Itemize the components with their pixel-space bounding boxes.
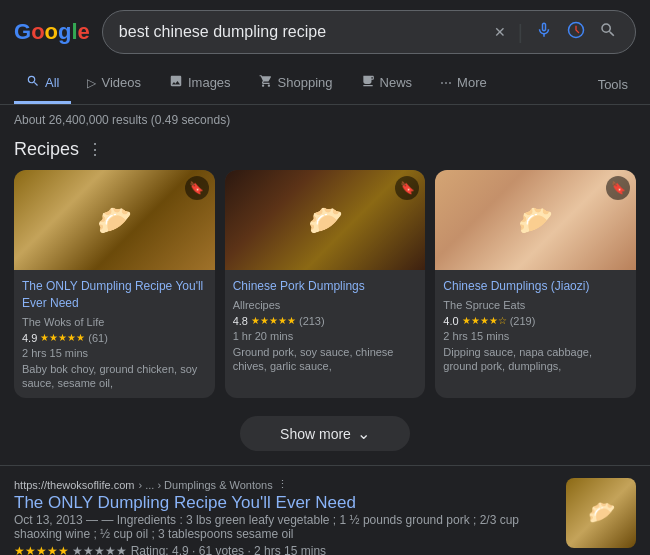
recipe-card-2[interactable]: 🥟 🔖 Chinese Pork Dumplings Allrecipes 4.… (225, 170, 426, 398)
tab-more-label: More (457, 75, 487, 90)
card-source-1: The Woks of Life (22, 316, 207, 328)
tab-shopping-label: Shopping (278, 75, 333, 90)
tab-more[interactable]: ⋯ More (428, 65, 499, 103)
stars-1: ★★★★★ (40, 332, 85, 343)
tab-videos-label: Videos (101, 75, 141, 90)
web-result-title[interactable]: The ONLY Dumpling Recipe You'll Ever Nee… (14, 493, 356, 512)
card-ingredients-2: Ground pork, soy sauce, chinese chives, … (233, 345, 418, 374)
web-result-url-base: https://thewoksoflife.com (14, 479, 134, 491)
card-rating-3: 4.0 ★★★★☆ (219) (443, 315, 628, 327)
thumb-image: 🥟 (566, 478, 636, 548)
nav-tabs: All ▷ Videos Images Shopping News ⋯ More… (0, 64, 650, 105)
recipes-menu-icon[interactable]: ⋮ (87, 140, 103, 159)
shopping-icon (259, 74, 273, 91)
search-small-icon (26, 74, 40, 91)
tab-news-label: News (380, 75, 413, 90)
google-logo: Google (14, 19, 90, 45)
card-ingredients-3: Dipping sauce, napa cabbage, ground pork… (443, 345, 628, 374)
recipe-card-3[interactable]: 🥟 🔖 Chinese Dumplings (Jiaozi) The Spruc… (435, 170, 636, 398)
card-source-3: The Spruce Eats (443, 299, 628, 311)
card-image-1: 🥟 🔖 (14, 170, 215, 270)
images-icon (169, 74, 183, 91)
header: Google ✕ | (0, 0, 650, 64)
recipes-section: Recipes ⋮ 🥟 🔖 The ONLY Dumpling Recipe Y… (0, 131, 650, 406)
card-image-2: 🥟 🔖 (225, 170, 426, 270)
card-ingredients-1: Baby bok choy, ground chicken, soy sauce… (22, 362, 207, 391)
tab-images-label: Images (188, 75, 231, 90)
tab-all-label: All (45, 75, 59, 90)
card-title-1: The ONLY Dumpling Recipe You'll Ever Nee… (22, 278, 207, 312)
recipes-title: Recipes (14, 139, 79, 160)
show-more-label: Show more (280, 426, 351, 442)
stars-2: ★★★★★ (251, 315, 296, 326)
search-input[interactable] (119, 23, 492, 41)
web-result-date: Oct 13, 2013 — — Ingredients : 3 lbs gre… (14, 513, 554, 541)
search-icons: ✕ | (492, 19, 619, 45)
card-body-3: Chinese Dumplings (Jiaozi) The Spruce Ea… (435, 270, 636, 381)
card-body-2: Chinese Pork Dumplings Allrecipes 4.8 ★★… (225, 270, 426, 381)
web-result-url-path: › ... › Dumplings & Wontons (138, 479, 272, 491)
web-result-thumbnail: 🥟 (566, 478, 636, 548)
web-result-url: https://thewoksoflife.com › ... › Dumpli… (14, 478, 554, 491)
search-bar[interactable]: ✕ | (102, 10, 636, 54)
mic-icon[interactable] (533, 19, 555, 45)
card-rating-1: 4.9 ★★★★★ (61) (22, 332, 207, 344)
tab-videos[interactable]: ▷ Videos (75, 65, 153, 103)
card-time-1: 2 hrs 15 mins (22, 347, 207, 359)
chevron-down-icon: ⌄ (357, 424, 370, 443)
web-result-content: https://thewoksoflife.com › ... › Dumpli… (14, 478, 554, 555)
rating-count-2: (213) (299, 315, 325, 327)
rating-count-3: (219) (510, 315, 536, 327)
web-result-meta: ★★★★★ ★★★★★ Rating: 4.9 · 61 votes · 2 h… (14, 544, 554, 555)
tab-images[interactable]: Images (157, 64, 243, 104)
rating-count-1: (61) (88, 332, 108, 344)
recipe-cards: 🥟 🔖 The ONLY Dumpling Recipe You'll Ever… (14, 170, 636, 398)
card-time-3: 2 hrs 15 mins (443, 330, 628, 342)
card-source-2: Allrecipes (233, 299, 418, 311)
web-result-1: https://thewoksoflife.com › ... › Dumpli… (0, 470, 650, 555)
news-icon (361, 74, 375, 91)
lens-icon[interactable] (565, 19, 587, 45)
divider (0, 465, 650, 466)
card-rating-2: 4.8 ★★★★★ (213) (233, 315, 418, 327)
more-dots-icon: ⋯ (440, 76, 452, 90)
tab-shopping[interactable]: Shopping (247, 64, 345, 104)
bookmark-icon-1[interactable]: 🔖 (185, 176, 209, 200)
recipes-header: Recipes ⋮ (14, 139, 636, 160)
card-time-2: 1 hr 20 mins (233, 330, 418, 342)
show-more-button[interactable]: Show more ⌄ (240, 416, 410, 451)
bookmark-icon-3[interactable]: 🔖 (606, 176, 630, 200)
tab-all[interactable]: All (14, 64, 71, 104)
search-submit-icon[interactable] (597, 19, 619, 45)
web-result-snippet: — Ingredients : 3 lbs green leafy vegeta… (14, 513, 519, 541)
tools-button[interactable]: Tools (590, 67, 636, 102)
card-title-3: Chinese Dumplings (Jiaozi) (443, 278, 628, 295)
web-result-more-icon[interactable]: ⋮ (277, 478, 288, 491)
show-more-container: Show more ⌄ (0, 406, 650, 461)
video-icon: ▷ (87, 76, 96, 90)
card-title-2: Chinese Pork Dumplings (233, 278, 418, 295)
stars-3: ★★★★☆ (462, 315, 507, 326)
recipe-card-1[interactable]: 🥟 🔖 The ONLY Dumpling Recipe You'll Ever… (14, 170, 215, 398)
clear-button[interactable]: ✕ (492, 22, 508, 42)
tab-news[interactable]: News (349, 64, 425, 104)
card-body-1: The ONLY Dumpling Recipe You'll Ever Nee… (14, 270, 215, 398)
card-image-3: 🥟 🔖 (435, 170, 636, 270)
results-count: About 26,400,000 results (0.49 seconds) (0, 105, 650, 131)
